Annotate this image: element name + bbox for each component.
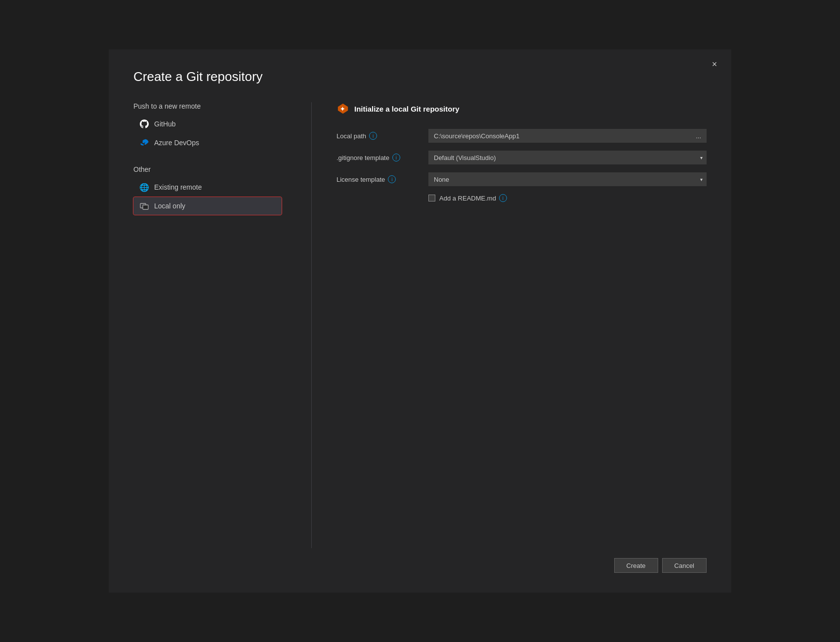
browse-button[interactable]: ... <box>691 129 707 143</box>
local-path-input[interactable] <box>428 129 691 143</box>
readme-info-icon[interactable]: i <box>499 194 507 202</box>
create-git-repository-dialog: × Create a Git repository Push to a new … <box>109 49 731 593</box>
local-only-icon <box>139 201 149 211</box>
readme-checkbox[interactable] <box>428 195 435 201</box>
sidebar: Push to a new remote GitHub <box>133 102 292 548</box>
close-button[interactable]: × <box>708 57 721 71</box>
sidebar-item-github[interactable]: GitHub <box>133 115 282 133</box>
license-select[interactable]: None <box>428 172 707 186</box>
license-info-icon[interactable]: i <box>388 175 396 183</box>
svg-rect-1 <box>143 205 148 209</box>
azure-devops-label: Azure DevOps <box>154 139 199 147</box>
gitignore-info-icon[interactable]: i <box>392 154 400 161</box>
gitignore-label: .gitignore template i <box>336 154 420 161</box>
dialog-body: Push to a new remote GitHub <box>133 102 707 548</box>
github-icon <box>139 119 149 129</box>
section-header: ✦ Initialize a local Git repository <box>336 102 707 115</box>
vs-git-icon: ✦ <box>336 102 349 115</box>
gitignore-select-wrapper: Default (VisualStudio) ▾ <box>428 151 707 164</box>
license-select-wrapper: None ▾ <box>428 172 707 186</box>
local-path-row: Local path i ... <box>336 129 707 143</box>
existing-remote-label: Existing remote <box>154 183 202 191</box>
gitignore-select[interactable]: Default (VisualStudio) <box>428 151 707 164</box>
close-icon: × <box>712 59 717 70</box>
push-section-title: Push to a new remote <box>133 102 282 110</box>
readme-row: Add a README.md i <box>428 194 707 202</box>
local-path-info-icon[interactable]: i <box>369 132 377 140</box>
gitignore-row: .gitignore template i Default (VisualStu… <box>336 151 707 164</box>
cancel-button[interactable]: Cancel <box>662 558 707 573</box>
footer: Create Cancel <box>133 548 707 573</box>
main-content: ✦ Initialize a local Git repository Loca… <box>332 102 707 548</box>
globe-icon: 🌐 <box>139 182 149 192</box>
local-only-label: Local only <box>154 202 185 210</box>
sidebar-item-azure-devops[interactable]: Azure DevOps <box>133 134 282 152</box>
local-path-input-group: ... <box>428 129 707 143</box>
svg-text:✦: ✦ <box>340 106 345 113</box>
sidebar-item-local-only[interactable]: Local only <box>133 197 282 215</box>
sidebar-item-existing-remote[interactable]: 🌐 Existing remote <box>133 178 282 196</box>
azure-devops-icon <box>139 138 149 148</box>
local-path-label: Local path i <box>336 132 420 140</box>
other-section-title: Other <box>133 165 282 173</box>
other-section: Other 🌐 Existing remote Local only <box>133 165 282 215</box>
license-row: License template i None ▾ <box>336 172 707 186</box>
create-button[interactable]: Create <box>614 558 658 573</box>
section-title: Initialize a local Git repository <box>354 105 460 113</box>
dialog-title: Create a Git repository <box>133 69 707 84</box>
readme-label: Add a README.md i <box>439 194 507 202</box>
license-label: License template i <box>336 175 420 183</box>
github-label: GitHub <box>154 120 176 128</box>
vertical-divider <box>311 102 312 548</box>
